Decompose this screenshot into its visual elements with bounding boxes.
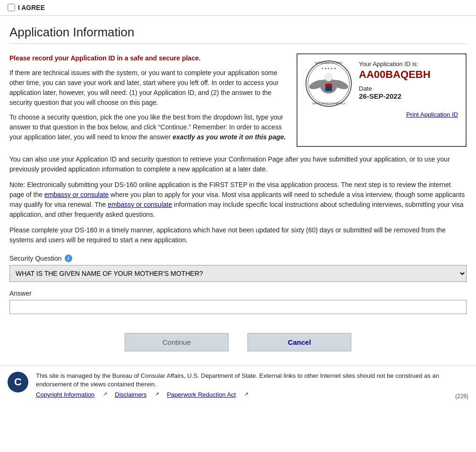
paperwork-ext-icon: ↗ xyxy=(244,391,248,399)
agree-section: I AGREE xyxy=(8,4,45,11)
answer-label: Answer xyxy=(9,290,467,297)
security-question-select[interactable]: WHAT IS THE GIVEN NAME OF YOUR MOTHER'S … xyxy=(9,265,467,282)
id-card-inner: ★ ★ ★ ★ ★ UNITED STATES OF AMERICA DEPAR… xyxy=(305,60,458,107)
main-content: Application Information Please record yo… xyxy=(0,16,476,351)
answer-input[interactable] xyxy=(9,300,467,314)
top-bar: I AGREE xyxy=(0,0,476,16)
buttons-row: Continue Cancel xyxy=(9,333,467,351)
info-para-4: Note: Electronically submitting your DS-… xyxy=(9,180,467,220)
security-label-row: Security Question i xyxy=(9,255,467,262)
continue-button[interactable]: Continue xyxy=(125,333,229,351)
disclaimers-ext-icon: ↗ xyxy=(155,391,159,399)
us-seal: ★ ★ ★ ★ ★ UNITED STATES OF AMERICA DEPAR… xyxy=(305,60,352,107)
footer-logo: C xyxy=(8,372,28,392)
info-icon[interactable]: i xyxy=(65,255,72,262)
info-para-1: If there are technical issues with the s… xyxy=(9,68,287,108)
copyright-ext-icon: ↗ xyxy=(103,391,107,399)
disclaimers-link[interactable]: Disclaimers xyxy=(115,391,146,399)
info-para-2: To choose a security question, pick the … xyxy=(9,112,287,142)
svg-text:★ ★ ★ ★ ★: ★ ★ ★ ★ ★ xyxy=(321,67,336,70)
embassy-link-1[interactable]: embassy or consulate xyxy=(44,191,109,198)
footer-text-block: This site is managed by the Bureau of Co… xyxy=(36,372,448,400)
app-id-warning: Please record your Application ID in a s… xyxy=(9,53,287,63)
app-info-section: Please record your Application ID in a s… xyxy=(9,53,467,147)
app-text: Please record your Application ID in a s… xyxy=(9,53,287,147)
svg-rect-7 xyxy=(325,84,332,86)
date-value: 26-SEP-2022 xyxy=(359,92,458,100)
copyright-link[interactable]: Copyright Information xyxy=(36,391,94,399)
security-section: Security Question i WHAT IS THE GIVEN NA… xyxy=(9,255,467,314)
id-card-label: Your Application ID is: xyxy=(359,60,418,68)
id-card: ★ ★ ★ ★ ★ UNITED STATES OF AMERICA DEPAR… xyxy=(297,53,467,147)
paperwork-link[interactable]: Paperwork Reduction Act xyxy=(167,391,236,399)
print-application-id-link[interactable]: Print Application ID xyxy=(305,111,458,118)
date-label: Date xyxy=(359,85,372,92)
footer-links: Copyright Information ↗ Disclaimers ↗ Pa… xyxy=(36,391,448,399)
footer: C This site is managed by the Bureau of … xyxy=(0,366,476,405)
svg-text:UNITED STATES OF AMERICA: UNITED STATES OF AMERICA xyxy=(312,102,346,105)
svg-text:DEPARTMENT OF STATE: DEPARTMENT OF STATE xyxy=(315,61,343,64)
footer-version: (228) xyxy=(455,393,468,400)
footer-main-text: This site is managed by the Bureau of Co… xyxy=(36,372,439,388)
page-title: Application Information xyxy=(9,25,467,44)
para2-bold-italic: exactly as you wrote it on this page. xyxy=(173,133,286,141)
cancel-button[interactable]: Cancel xyxy=(247,333,351,351)
application-id-value: AA00BAQEBH xyxy=(359,68,458,81)
id-card-details: Your Application ID is: AA00BAQEBH Date … xyxy=(359,60,458,100)
agree-checkbox[interactable] xyxy=(8,4,15,11)
agree-label: I AGREE xyxy=(18,4,45,11)
embassy-link-2[interactable]: embassy or consulate xyxy=(108,201,172,208)
security-question-label: Security Question xyxy=(9,255,62,262)
svg-point-3 xyxy=(324,73,333,81)
info-para-5: Please complete your DS-160 in a timely … xyxy=(9,225,467,245)
info-para-3: You can also use your Application ID and… xyxy=(9,154,467,174)
